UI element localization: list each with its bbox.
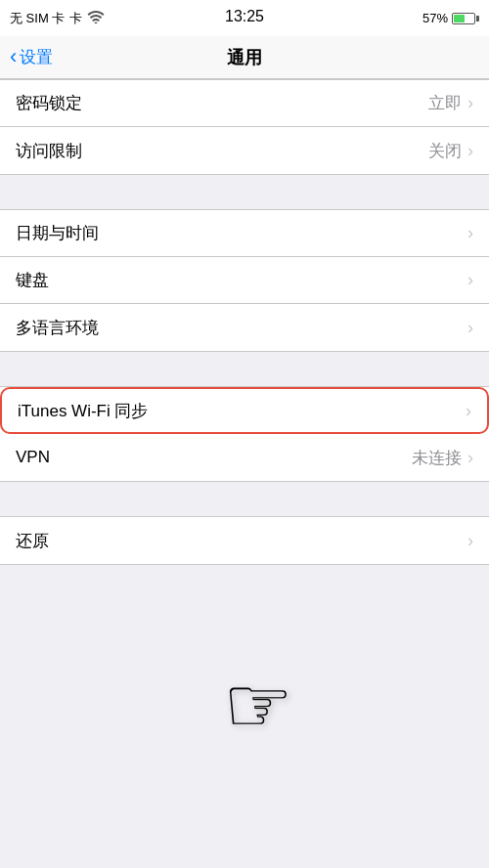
wifi-icon [87,10,105,26]
restrictions-row[interactable]: 访问限制 关闭 › [0,127,489,174]
restrictions-right: 关闭 › [428,140,473,162]
vpn-label: VPN [16,448,50,467]
signal-bars: 卡 [69,10,82,27]
status-right: 57% [422,11,479,25]
reset-row[interactable]: 还原 › [0,517,489,564]
reset-right: › [467,531,473,551]
section-2: 日期与时间 › 键盘 › 多语言环境 › [0,209,489,352]
passcode-value: 立即 [428,92,462,114]
passcode-label: 密码锁定 [16,92,82,114]
itunes-wifi-label: iTunes Wi-Fi 同步 [18,400,149,422]
back-arrow-icon: ‹ [10,46,17,67]
language-row[interactable]: 多语言环境 › [0,304,489,351]
keyboard-label: 键盘 [16,269,49,291]
itunes-wifi-row[interactable]: iTunes Wi-Fi 同步 › [0,387,489,434]
vpn-chevron: › [467,448,473,468]
section-gap-2 [0,352,489,386]
status-bar: 无 SIM 卡 卡 13:25 57% [0,0,489,36]
keyboard-right: › [467,270,473,290]
cursor-hand-icon: ☞ [223,660,293,751]
passcode-chevron: › [467,93,473,113]
battery-icon [452,13,479,24]
section-1: 密码锁定 立即 › 访问限制 关闭 › [0,79,489,175]
datetime-label: 日期与时间 [16,222,99,244]
datetime-row[interactable]: 日期与时间 › [0,210,489,257]
vpn-right: 未连接 › [412,447,473,469]
back-label: 设置 [20,46,53,68]
language-chevron: › [467,318,473,338]
status-time: 13:25 [225,8,264,25]
passcode-right: 立即 › [428,92,473,114]
keyboard-row[interactable]: 键盘 › [0,257,489,304]
reset-chevron: › [467,531,473,551]
restrictions-chevron: › [467,141,473,161]
keyboard-chevron: › [467,270,473,290]
section-3: iTunes Wi-Fi 同步 › VPN 未连接 › [0,386,489,482]
back-button[interactable]: ‹ 设置 [10,46,53,68]
vpn-value: 未连接 [412,447,462,469]
itunes-wifi-chevron: › [466,401,471,421]
svg-point-0 [95,22,98,24]
restrictions-label: 访问限制 [16,140,82,162]
vpn-row[interactable]: VPN 未连接 › [0,434,489,481]
nav-bar: ‹ 设置 通用 [0,36,489,79]
section-gap-1 [0,175,489,209]
itunes-wifi-right: › [466,401,471,421]
datetime-chevron: › [467,223,473,243]
language-label: 多语言环境 [16,317,99,339]
section-gap-3 [0,482,489,516]
restrictions-value: 关闭 [428,140,462,162]
section-4: 还原 › [0,516,489,565]
status-left: 无 SIM 卡 卡 [10,10,105,27]
passcode-row[interactable]: 密码锁定 立即 › [0,80,489,127]
reset-label: 还原 [16,530,49,552]
battery-percent: 57% [422,11,448,25]
no-sim-text: 无 SIM 卡 [10,10,65,27]
language-right: › [467,318,473,338]
datetime-right: › [467,223,473,243]
page-title: 通用 [227,46,262,69]
